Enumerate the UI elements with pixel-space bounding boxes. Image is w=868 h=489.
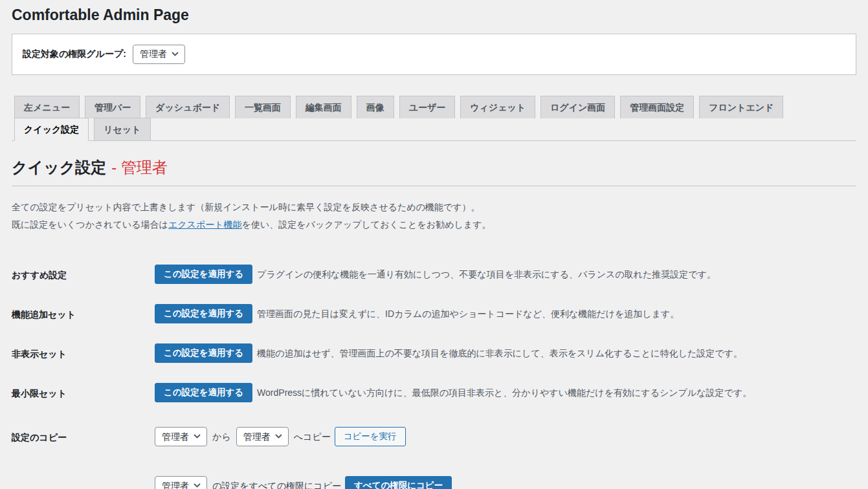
tab-widget[interactable]: ウィジェット [460, 96, 535, 118]
preset-label: おすすめ設定 [12, 265, 155, 281]
tab-edit-screen[interactable]: 編集画面 [296, 96, 351, 118]
chevron-down-icon [194, 434, 201, 439]
settings-tab-bar: 左メニュー 管理バー ダッシュボード 一覧画面 編集画面 画像 ユーザー ウィジ… [12, 96, 856, 141]
tab-dashboard[interactable]: ダッシュボード [146, 96, 230, 118]
apply-feature-add-button[interactable]: この設定を適用する [155, 304, 252, 323]
section-divider [12, 186, 856, 186]
preset-field: この設定を適用する プラグインの便利な機能を一通り有効にしつつ、不要な項目を非表… [155, 265, 716, 284]
tab-login-screen[interactable]: ログイン画面 [540, 96, 615, 118]
role-group-box: 設定対象の権限グループ: 管理者 [12, 34, 856, 75]
description-line-1: 全ての設定をプリセット内容で上書きします（新規インストール時に素早く設定を反映さ… [12, 199, 856, 216]
apply-hide-button[interactable]: この設定を適用する [155, 343, 252, 363]
copy-to-select-value: 管理者 [243, 427, 271, 446]
preset-field: この設定を適用する WordPressに慣れていない方向けに、最低限の項目非表示… [155, 383, 751, 402]
preset-field: この設定を適用する 管理画面の見た目は変えずに、IDカラムの追加やショートコード… [155, 304, 679, 323]
copy-all-source-select-value: 管理者 [162, 476, 189, 489]
copy-all-source-select[interactable]: 管理者 [155, 476, 207, 489]
role-group-select-value: 管理者 [140, 49, 167, 60]
tab-image[interactable]: 画像 [357, 96, 394, 118]
tab-admin-screen-settings[interactable]: 管理画面設定 [620, 96, 694, 118]
apply-recommended-button[interactable]: この設定を適用する [155, 265, 252, 284]
apply-minimal-button[interactable]: この設定を適用する [155, 383, 252, 402]
tab-user[interactable]: ユーザー [399, 96, 456, 118]
copy-all-field: 管理者 の設定をすべての権限にコピー すべての権限にコピー [155, 476, 452, 489]
role-group-select[interactable]: 管理者 [133, 45, 185, 64]
preset-label: 機能追加セット [12, 304, 155, 320]
preset-row-minimal: 最小限セット この設定を適用する WordPressに慣れていない方向けに、最低… [12, 383, 856, 402]
chevron-down-icon [275, 434, 282, 439]
preset-label: 最小限セット [12, 383, 155, 399]
role-group-label: 設定対象の権限グループ: [23, 49, 126, 60]
copy-to-select[interactable]: 管理者 [236, 427, 289, 446]
copy-settings-label: 設定のコピー [12, 427, 155, 443]
page-title: Comfortable Admin Page [12, 6, 856, 25]
preset-description: 管理画面の見た目は変えずに、IDカラムの追加やショートコードなど、便利な機能だけ… [257, 304, 679, 323]
tab-left-menu[interactable]: 左メニュー [14, 96, 80, 118]
tab-list-screen[interactable]: 一覧画面 [235, 96, 291, 118]
export-feature-link[interactable]: エクスポート機能 [168, 219, 242, 230]
copy-to-all-roles-button[interactable]: すべての権限にコピー [345, 476, 452, 489]
section-title-text: クイック設定 [12, 158, 106, 176]
admin-page: Comfortable Admin Page 設定対象の権限グループ: 管理者 … [0, 0, 868, 489]
tab-admin-bar[interactable]: 管理バー [85, 96, 140, 118]
tab-quick-settings[interactable]: クイック設定 [14, 118, 89, 141]
preset-description: 機能の追加はせず、管理画面上の不要な項目を徹底的に非表示にして、表示をスリム化す… [257, 343, 742, 363]
copy-settings-field: 管理者 から 管理者 へコピー コピーを実行 [155, 427, 406, 446]
tab-frontend[interactable]: フロントエンド [699, 96, 783, 118]
copy-all-label-spacer [12, 476, 155, 481]
section-title: クイック設定- 管理者 [12, 157, 856, 177]
preset-description: プラグインの便利な機能を一通り有効にしつつ、不要な項目を非表示にする、バランスの… [257, 265, 716, 284]
quick-settings-form: おすすめ設定 この設定を適用する プラグインの便利な機能を一通り有効にしつつ、不… [12, 265, 856, 489]
chevron-down-icon [194, 483, 201, 488]
preset-row-recommended: おすすめ設定 この設定を適用する プラグインの便利な機能を一通り有効にしつつ、不… [12, 265, 856, 284]
preset-label: 非表示セット [12, 343, 155, 360]
section-title-role-suffix: - 管理者 [111, 158, 168, 176]
preset-row-feature-add: 機能追加セット この設定を適用する 管理画面の見た目は変えずに、IDカラムの追加… [12, 304, 856, 323]
section-description: 全ての設定をプリセット内容で上書きします（新規インストール時に素早く設定を反映さ… [12, 199, 856, 234]
copy-all-text: の設定をすべての権限にコピー [212, 476, 341, 489]
copy-from-select[interactable]: 管理者 [155, 427, 207, 446]
description-line-2: 既に設定をいくつかされている場合はエクスポート機能を使い、設定をバックアップして… [12, 216, 856, 234]
execute-copy-button[interactable]: コピーを実行 [335, 427, 406, 446]
chevron-down-icon [172, 52, 179, 56]
tab-reset[interactable]: リセット [94, 118, 150, 140]
copy-settings-row: 設定のコピー 管理者 から 管理者 へコピー コピーを実行 [12, 427, 856, 446]
preset-description: WordPressに慣れていない方向けに、最低限の項目非表示と、分かりやすい機能… [257, 383, 751, 402]
preset-row-hide: 非表示セット この設定を適用する 機能の追加はせず、管理画面上の不要な項目を徹底… [12, 343, 856, 363]
copy-from-select-value: 管理者 [162, 427, 189, 446]
copy-after-text: へコピー [294, 427, 331, 446]
preset-field: この設定を適用する 機能の追加はせず、管理画面上の不要な項目を徹底的に非表示にし… [155, 343, 742, 363]
copy-between-text: から [212, 427, 231, 446]
copy-all-row: 管理者 の設定をすべての権限にコピー すべての権限にコピー [12, 476, 856, 489]
